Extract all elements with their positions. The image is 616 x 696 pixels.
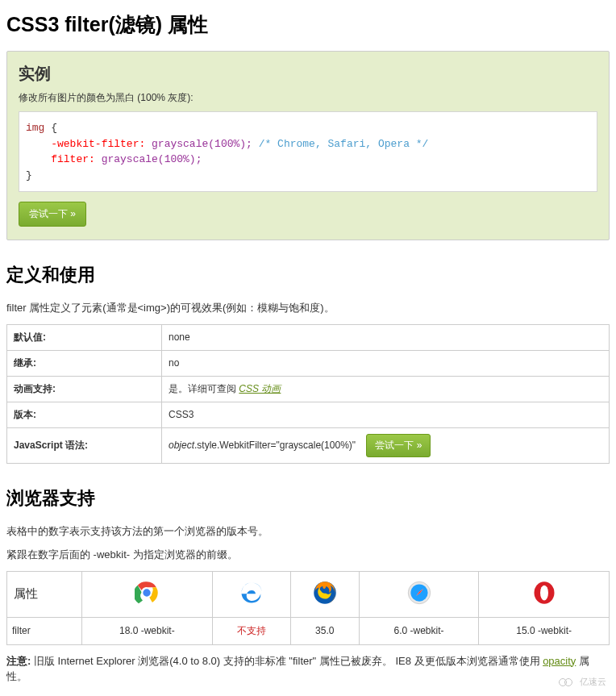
code-selector: img [26, 122, 44, 134]
definition-table: 默认值: none 继承: no 动画支持: 是。详细可查阅 CSS 动画 版本… [6, 324, 610, 464]
browser-p2: 紧跟在数字后面的 -webkit- 为指定浏览器的前缀。 [6, 547, 610, 563]
browser-p1: 表格中的数字表示支持该方法的第一个浏览器的版本号。 [6, 523, 610, 540]
css-animation-link[interactable]: CSS 动画 [239, 383, 281, 394]
browser-note: 注意: 旧版 Internet Explorer 浏览器(4.0 to 8.0)… [6, 653, 610, 685]
def-default-val: none [162, 324, 610, 350]
firefox-icon [290, 571, 359, 617]
edge-icon [212, 571, 290, 617]
note-label: 注意: [6, 655, 31, 667]
definition-heading: 定义和使用 [6, 263, 610, 287]
def-version-label: 版本: [7, 402, 162, 427]
safari-version: 6.0 -webkit- [359, 617, 478, 644]
chrome-version: 18.0 -webkit- [82, 617, 213, 644]
table-row: 动画支持: 是。详细可查阅 CSS 动画 [7, 376, 610, 402]
table-row: 继承: no [7, 350, 610, 376]
code-box: img { -webkit-filter: grayscale(100%); /… [19, 111, 597, 192]
table-row: 属性 [7, 571, 610, 617]
browser-heading: 浏览器支持 [6, 486, 610, 511]
def-inherit-label: 继承: [7, 350, 162, 376]
safari-icon [359, 571, 478, 617]
code-val2: grayscale(100%); [102, 153, 202, 165]
code-prop1: -webkit-filter: [51, 138, 145, 150]
browser-row-label: filter [7, 617, 82, 644]
firefox-version: 35.0 [290, 617, 359, 644]
note-text-a: 旧版 Internet Explorer 浏览器(4.0 to 8.0) 支持的… [31, 655, 543, 667]
table-row: 默认值: none [7, 324, 610, 350]
example-heading: 实例 [19, 63, 597, 85]
def-anim-label: 动画支持: [7, 376, 162, 402]
example-block: 实例 修改所有图片的颜色为黑白 (100% 灰度): img { -webkit… [6, 51, 610, 240]
opera-version: 15.0 -webkit- [479, 617, 610, 644]
table-row: 版本: CSS3 [7, 402, 610, 427]
cloud-icon [559, 677, 576, 688]
opera-icon [479, 571, 610, 617]
js-rest: .style.WebkitFilter="grayscale(100%)" [194, 439, 356, 450]
def-inherit-val: no [162, 350, 610, 376]
table-row: filter 18.0 -webkit- 不支持 35.0 6.0 -webki… [7, 617, 610, 644]
def-js-label: JavaScript 语法: [7, 427, 162, 463]
svg-point-7 [540, 586, 548, 601]
watermark: 亿速云 [559, 676, 606, 688]
try-button[interactable]: 尝试一下 » [19, 202, 86, 227]
code-prop2: filter: [51, 153, 95, 165]
js-object: object [169, 439, 194, 450]
example-desc: 修改所有图片的颜色为黑白 (100% 灰度): [19, 91, 597, 105]
code-comment: /* Chrome, Safari, Opera */ [259, 138, 429, 150]
chrome-icon [82, 571, 213, 617]
watermark-text: 亿速云 [580, 676, 606, 688]
code-close: } [26, 169, 32, 181]
code-open: { [51, 122, 57, 134]
def-default-label: 默认值: [7, 324, 162, 350]
def-version-val: CSS3 [162, 402, 610, 427]
code-val1: grayscale(100%); [152, 138, 252, 150]
browser-attr-header: 属性 [7, 571, 82, 617]
browser-table: 属性 filter 18.0 -webkit- 不支持 35.0 6.0 -we… [6, 571, 610, 645]
anim-prefix: 是。详细可查阅 [169, 383, 239, 394]
ie-version: 不支持 [212, 617, 290, 644]
def-js-val: object.style.WebkitFilter="grayscale(100… [162, 427, 610, 463]
def-anim-val: 是。详细可查阅 CSS 动画 [162, 376, 610, 402]
page-title: CSS3 filter(滤镜) 属性 [6, 11, 610, 38]
opacity-link[interactable]: opacity [543, 655, 576, 667]
definition-text: filter 属性定义了元素(通常是<img>)的可视效果(例如：模糊与饱和度)… [6, 300, 610, 316]
table-row: JavaScript 语法: object.style.WebkitFilter… [7, 427, 610, 463]
try-button-js[interactable]: 尝试一下 » [366, 434, 431, 457]
